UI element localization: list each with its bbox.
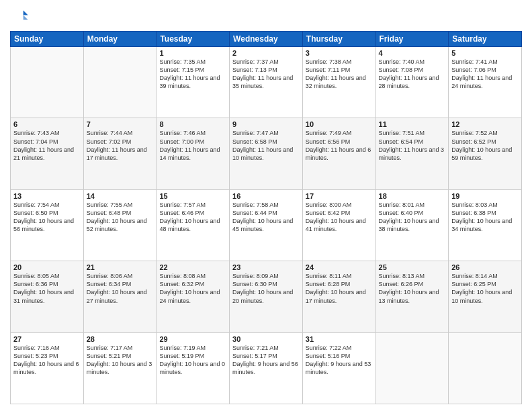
calendar-cell: 7Sunrise: 7:44 AM Sunset: 7:02 PM Daylig… [83,118,157,189]
calendar-cell [11,47,84,118]
calendar-cell: 6Sunrise: 7:43 AM Sunset: 7:04 PM Daylig… [11,118,84,189]
day-number: 28 [87,335,154,343]
day-info: Sunrise: 8:06 AM Sunset: 6:34 PM Dayligh… [87,272,154,305]
day-info: Sunrise: 7:19 AM Sunset: 5:19 PM Dayligh… [159,344,226,377]
day-number: 20 [13,263,81,271]
calendar-week-row: 27Sunrise: 7:16 AM Sunset: 5:23 PM Dayli… [11,332,522,404]
day-info: Sunrise: 7:55 AM Sunset: 6:48 PM Dayligh… [87,201,154,234]
day-number: 30 [232,335,300,343]
day-number: 3 [306,49,373,57]
calendar-cell: 3Sunrise: 7:38 AM Sunset: 7:11 PM Daylig… [302,47,375,118]
calendar-cell: 29Sunrise: 7:19 AM Sunset: 5:19 PM Dayli… [157,332,230,404]
day-of-week-header: Friday [375,32,449,47]
calendar-cell: 23Sunrise: 8:09 AM Sunset: 6:30 PM Dayli… [230,261,303,332]
day-of-week-header: Wednesday [230,32,303,47]
day-info: Sunrise: 7:47 AM Sunset: 6:58 PM Dayligh… [232,129,300,162]
day-info: Sunrise: 8:11 AM Sunset: 6:28 PM Dayligh… [306,272,373,305]
calendar-cell: 8Sunrise: 7:46 AM Sunset: 7:00 PM Daylig… [157,118,230,189]
day-number: 12 [451,120,519,128]
calendar-cell: 27Sunrise: 7:16 AM Sunset: 5:23 PM Dayli… [11,332,84,404]
day-info: Sunrise: 7:17 AM Sunset: 5:21 PM Dayligh… [87,344,154,377]
day-info: Sunrise: 7:22 AM Sunset: 5:16 PM Dayligh… [306,344,373,377]
calendar-cell: 31Sunrise: 7:22 AM Sunset: 5:16 PM Dayli… [302,332,375,404]
calendar-cell: 2Sunrise: 7:37 AM Sunset: 7:13 PM Daylig… [230,47,303,118]
calendar-week-row: 20Sunrise: 8:05 AM Sunset: 6:36 PM Dayli… [11,261,522,332]
calendar-body: 1Sunrise: 7:35 AM Sunset: 7:15 PM Daylig… [11,47,522,404]
header [10,7,522,26]
day-number: 23 [232,263,300,271]
calendar-header: SundayMondayTuesdayWednesdayThursdayFrid… [11,32,522,47]
day-info: Sunrise: 7:44 AM Sunset: 7:02 PM Dayligh… [87,129,154,162]
calendar-cell [83,47,157,118]
day-info: Sunrise: 8:03 AM Sunset: 6:38 PM Dayligh… [451,201,519,234]
calendar-week-row: 13Sunrise: 7:54 AM Sunset: 6:50 PM Dayli… [11,189,522,261]
day-number: 14 [87,192,154,200]
day-info: Sunrise: 7:43 AM Sunset: 7:04 PM Dayligh… [13,129,81,162]
calendar-cell: 13Sunrise: 7:54 AM Sunset: 6:50 PM Dayli… [11,189,84,261]
day-info: Sunrise: 7:21 AM Sunset: 5:17 PM Dayligh… [232,344,300,377]
day-info: Sunrise: 8:08 AM Sunset: 6:32 PM Dayligh… [159,272,226,305]
calendar-cell: 11Sunrise: 7:51 AM Sunset: 6:54 PM Dayli… [375,118,449,189]
day-number: 10 [306,120,373,128]
day-number: 29 [159,335,226,343]
day-number: 19 [451,192,519,200]
calendar-cell: 4Sunrise: 7:40 AM Sunset: 7:08 PM Daylig… [375,47,449,118]
calendar-cell: 30Sunrise: 7:21 AM Sunset: 5:17 PM Dayli… [230,332,303,404]
day-number: 21 [87,263,154,271]
day-info: Sunrise: 7:37 AM Sunset: 7:13 PM Dayligh… [232,58,300,91]
calendar-cell: 25Sunrise: 8:13 AM Sunset: 6:26 PM Dayli… [375,261,449,332]
day-number: 4 [379,49,446,57]
calendar-cell: 1Sunrise: 7:35 AM Sunset: 7:15 PM Daylig… [157,47,230,118]
calendar-cell [375,332,449,404]
day-info: Sunrise: 7:38 AM Sunset: 7:11 PM Dayligh… [306,58,373,91]
day-info: Sunrise: 8:09 AM Sunset: 6:30 PM Dayligh… [232,272,300,305]
day-number: 15 [159,192,226,200]
day-number: 24 [306,263,373,271]
day-of-week-header: Saturday [449,32,522,47]
calendar-cell: 15Sunrise: 7:57 AM Sunset: 6:46 PM Dayli… [157,189,230,261]
day-number: 27 [13,335,81,343]
logo-icon [10,7,29,26]
day-number: 9 [232,120,300,128]
day-info: Sunrise: 7:16 AM Sunset: 5:23 PM Dayligh… [13,344,81,377]
calendar-week-row: 6Sunrise: 7:43 AM Sunset: 7:04 PM Daylig… [11,118,522,189]
day-of-week-header: Thursday [302,32,375,47]
calendar-cell: 9Sunrise: 7:47 AM Sunset: 6:58 PM Daylig… [230,118,303,189]
day-number: 1 [159,49,226,57]
day-number: 5 [451,49,519,57]
day-number: 31 [306,335,373,343]
day-number: 7 [87,120,154,128]
svg-marker-0 [24,11,28,15]
day-info: Sunrise: 8:14 AM Sunset: 6:25 PM Dayligh… [451,272,519,305]
calendar-cell: 5Sunrise: 7:41 AM Sunset: 7:06 PM Daylig… [449,47,522,118]
day-info: Sunrise: 8:13 AM Sunset: 6:26 PM Dayligh… [379,272,446,305]
day-number: 8 [159,120,226,128]
day-number: 16 [232,192,300,200]
day-number: 22 [159,263,226,271]
day-info: Sunrise: 8:01 AM Sunset: 6:40 PM Dayligh… [379,201,446,234]
day-number: 6 [13,120,81,128]
header-row: SundayMondayTuesdayWednesdayThursdayFrid… [11,32,522,47]
day-number: 25 [379,263,446,271]
calendar-cell: 17Sunrise: 8:00 AM Sunset: 6:42 PM Dayli… [302,189,375,261]
day-number: 13 [13,192,81,200]
day-info: Sunrise: 7:40 AM Sunset: 7:08 PM Dayligh… [379,58,446,91]
day-of-week-header: Sunday [11,32,84,47]
day-number: 18 [379,192,446,200]
calendar-table: SundayMondayTuesdayWednesdayThursdayFrid… [10,31,522,404]
svg-marker-1 [24,15,28,20]
day-of-week-header: Monday [83,32,157,47]
calendar-cell: 19Sunrise: 8:03 AM Sunset: 6:38 PM Dayli… [449,189,522,261]
day-number: 2 [232,49,300,57]
calendar-cell: 26Sunrise: 8:14 AM Sunset: 6:25 PM Dayli… [449,261,522,332]
calendar-cell: 21Sunrise: 8:06 AM Sunset: 6:34 PM Dayli… [83,261,157,332]
day-number: 26 [451,263,519,271]
calendar-cell: 14Sunrise: 7:55 AM Sunset: 6:48 PM Dayli… [83,189,157,261]
day-number: 11 [379,120,446,128]
calendar-cell: 28Sunrise: 7:17 AM Sunset: 5:21 PM Dayli… [83,332,157,404]
day-info: Sunrise: 7:57 AM Sunset: 6:46 PM Dayligh… [159,201,226,234]
day-of-week-header: Tuesday [157,32,230,47]
calendar-cell: 20Sunrise: 8:05 AM Sunset: 6:36 PM Dayli… [11,261,84,332]
day-info: Sunrise: 7:49 AM Sunset: 6:56 PM Dayligh… [306,129,373,162]
calendar-week-row: 1Sunrise: 7:35 AM Sunset: 7:15 PM Daylig… [11,47,522,118]
